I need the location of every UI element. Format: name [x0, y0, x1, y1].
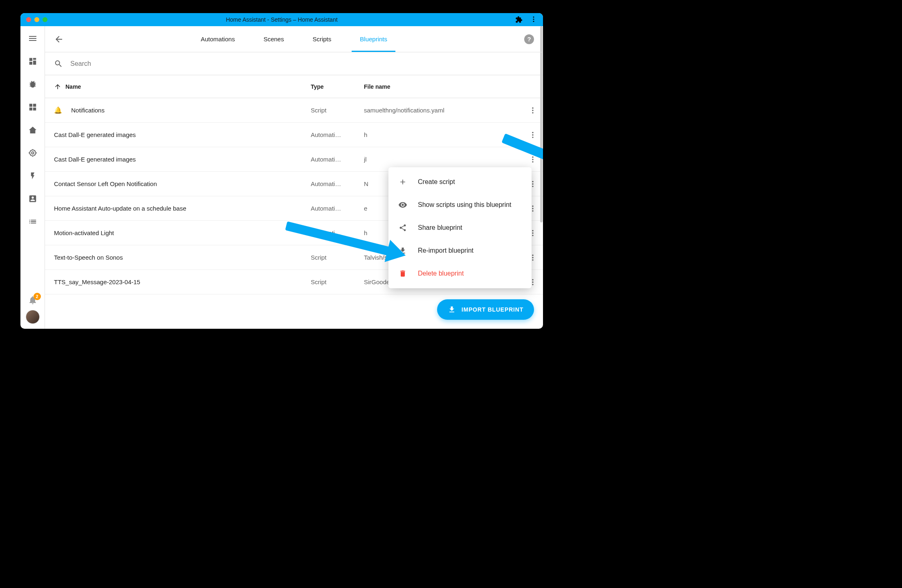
titlebar: Home Assistant - Settings – Home Assista… — [20, 13, 543, 26]
svg-point-14 — [532, 181, 533, 182]
app-body: 2 Automations Scenes Scripts Blueprints … — [20, 26, 543, 329]
table-row[interactable]: Cast Dall-E generated imagesAutomati…h — [45, 123, 543, 147]
row-more-icon[interactable] — [529, 106, 537, 114]
account-box-icon[interactable] — [28, 194, 38, 204]
flash-icon[interactable] — [28, 171, 38, 181]
tab-automations[interactable]: Automations — [201, 26, 235, 52]
svg-point-21 — [532, 232, 533, 233]
list-icon[interactable] — [28, 217, 38, 227]
row-name: Motion-activated Light — [54, 229, 311, 236]
svg-point-9 — [532, 134, 533, 135]
table-header: Name Type File name — [45, 75, 543, 98]
svg-point-22 — [532, 235, 533, 236]
menu-delete-blueprint[interactable]: Delete blueprint — [388, 262, 532, 285]
row-name: Text-to-Speech on Sonos — [54, 254, 311, 261]
tab-scenes[interactable]: Scenes — [263, 26, 284, 52]
sort-arrow-icon — [54, 83, 61, 90]
scrollbar[interactable] — [540, 26, 543, 222]
main-content: Automations Scenes Scripts Blueprints ? — [45, 26, 543, 329]
topbar: Automations Scenes Scripts Blueprints ? — [45, 26, 543, 52]
row-file: h — [364, 131, 523, 138]
sidebar: 2 — [20, 26, 45, 329]
table-row[interactable]: 🔔NotificationsScriptsamuelthng/notificat… — [45, 98, 543, 123]
cog-outline-icon[interactable] — [28, 148, 38, 158]
menu-icon[interactable] — [28, 34, 38, 43]
svg-point-1 — [533, 19, 534, 20]
svg-point-8 — [532, 132, 533, 133]
row-name: Cast Dall-E generated images — [54, 156, 311, 163]
row-type: Script — [311, 107, 364, 114]
row-name: Cast Dall-E generated images — [54, 131, 311, 138]
svg-point-13 — [532, 161, 533, 162]
svg-point-19 — [532, 210, 533, 211]
col-header-type[interactable]: Type — [311, 83, 364, 90]
notifications-icon[interactable]: 2 — [28, 295, 38, 305]
svg-point-10 — [532, 137, 533, 138]
row-type: Script — [311, 278, 364, 285]
row-type: Automati… — [311, 131, 364, 138]
context-menu: Create script Show scripts using this bl… — [388, 167, 532, 288]
eye-icon — [398, 200, 407, 209]
svg-point-12 — [532, 159, 533, 160]
svg-point-15 — [532, 183, 533, 184]
search-bar — [45, 52, 543, 75]
window-title: Home Assistant - Settings – Home Assista… — [20, 16, 543, 23]
row-name: 🔔Notifications — [54, 106, 311, 114]
svg-point-7 — [532, 112, 533, 113]
svg-point-6 — [532, 110, 533, 111]
svg-point-26 — [532, 279, 533, 280]
svg-point-17 — [532, 205, 533, 206]
extensions-icon[interactable] — [515, 16, 523, 23]
avatar[interactable] — [26, 310, 40, 324]
menu-share-blueprint[interactable]: Share blueprint — [388, 216, 532, 239]
home-icon[interactable] — [28, 125, 38, 135]
svg-point-25 — [532, 259, 533, 260]
row-more-icon[interactable] — [529, 131, 537, 139]
row-type: Automati… — [311, 180, 364, 187]
menu-create-script[interactable]: Create script — [388, 171, 532, 193]
download-icon — [448, 305, 456, 314]
search-icon — [54, 59, 63, 68]
svg-point-5 — [532, 107, 533, 108]
svg-point-11 — [532, 156, 533, 157]
svg-point-28 — [532, 284, 533, 285]
app-window: Home Assistant - Settings – Home Assista… — [20, 13, 543, 329]
svg-point-23 — [532, 254, 533, 256]
row-type: Automati… — [311, 205, 364, 212]
col-header-file[interactable]: File name — [364, 83, 523, 90]
svg-point-2 — [533, 21, 534, 22]
row-name: TTS_say_Message-2023-04-15 — [54, 278, 311, 285]
svg-point-24 — [532, 257, 533, 258]
browser-more-icon[interactable] — [530, 16, 537, 23]
row-type: Script — [311, 254, 364, 261]
share-icon — [398, 223, 407, 232]
tab-blueprints[interactable]: Blueprints — [360, 26, 387, 52]
grid-icon[interactable] — [28, 102, 38, 112]
back-button[interactable] — [54, 34, 64, 44]
tab-scripts[interactable]: Scripts — [312, 26, 331, 52]
help-button[interactable]: ? — [524, 34, 534, 44]
menu-show-scripts[interactable]: Show scripts using this blueprint — [388, 193, 532, 216]
bug-icon[interactable] — [28, 79, 38, 89]
row-file: samuelthng/notifications.yaml — [364, 107, 523, 114]
svg-point-4 — [31, 152, 34, 154]
import-blueprint-button[interactable]: IMPORT BLUEPRINT — [437, 299, 534, 320]
svg-point-16 — [532, 186, 533, 187]
svg-point-20 — [532, 230, 533, 231]
search-input[interactable] — [70, 60, 234, 67]
row-name: Home Assistant Auto-update on a schedule… — [54, 205, 311, 212]
svg-point-18 — [532, 208, 533, 209]
svg-point-27 — [532, 281, 533, 283]
dashboard-icon[interactable] — [28, 56, 38, 66]
row-name: Contact Sensor Left Open Notification — [54, 180, 311, 187]
trash-icon — [398, 269, 407, 278]
col-header-name[interactable]: Name — [54, 83, 311, 90]
menu-reimport-blueprint[interactable]: Re-import blueprint — [388, 239, 532, 262]
notifications-badge: 2 — [34, 293, 41, 300]
bell-icon: 🔔 — [54, 106, 62, 114]
row-file: jl — [364, 156, 523, 163]
svg-point-0 — [533, 16, 534, 18]
row-type: Automati… — [311, 156, 364, 163]
plus-icon — [398, 177, 407, 186]
tabs: Automations Scenes Scripts Blueprints — [201, 26, 387, 52]
